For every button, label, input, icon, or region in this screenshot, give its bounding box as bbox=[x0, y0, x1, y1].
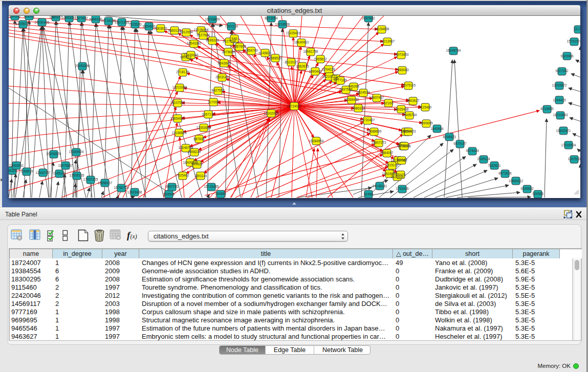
svg-text:16210643: 16210643 bbox=[553, 113, 568, 117]
svg-text:1990443: 1990443 bbox=[309, 70, 322, 73]
svg-text:18724007: 18724007 bbox=[287, 104, 302, 108]
svg-text:8427552: 8427552 bbox=[211, 89, 225, 92]
svg-text:6794028: 6794028 bbox=[322, 68, 335, 71]
svg-text:12923468: 12923468 bbox=[127, 190, 142, 194]
svg-text:1733426: 1733426 bbox=[396, 187, 409, 190]
svg-text:12213967: 12213967 bbox=[380, 39, 395, 43]
svg-text:1527602: 1527602 bbox=[75, 16, 88, 20]
svg-text:12942757: 12942757 bbox=[36, 171, 51, 174]
svg-text:9660123: 9660123 bbox=[168, 29, 181, 32]
svg-text:3675685: 3675685 bbox=[222, 50, 235, 54]
svg-text:17957225: 17957225 bbox=[83, 178, 98, 181]
svg-text:12213389: 12213389 bbox=[172, 85, 187, 89]
svg-text:7663822: 7663822 bbox=[154, 27, 167, 30]
svg-text:3684067: 3684067 bbox=[380, 151, 394, 155]
svg-text:317006: 317006 bbox=[208, 100, 219, 104]
svg-text:6466160: 6466160 bbox=[89, 17, 102, 21]
svg-text:8471626: 8471626 bbox=[498, 171, 512, 175]
svg-text:9115460: 9115460 bbox=[419, 105, 432, 109]
svg-text:19218506: 19218506 bbox=[275, 23, 290, 26]
svg-text:16782759: 16782759 bbox=[114, 186, 129, 189]
svg-text:15720407: 15720407 bbox=[360, 118, 375, 122]
svg-text:1640954: 1640954 bbox=[430, 127, 444, 130]
svg-text:9474444: 9474444 bbox=[466, 149, 479, 152]
svg-text:746592: 746592 bbox=[396, 158, 407, 162]
svg-text:1362615: 1362615 bbox=[296, 64, 309, 68]
svg-text:19166825: 19166825 bbox=[172, 131, 187, 135]
svg-text:10607487: 10607487 bbox=[369, 96, 384, 99]
svg-text:10973493: 10973493 bbox=[394, 53, 409, 56]
svg-text:9127509: 9127509 bbox=[197, 33, 210, 37]
svg-text:20206576: 20206576 bbox=[47, 152, 61, 156]
svg-text:10719155: 10719155 bbox=[101, 19, 116, 23]
svg-text:10688609: 10688609 bbox=[367, 129, 382, 133]
svg-text:2367608: 2367608 bbox=[233, 45, 246, 48]
svg-text:15495764: 15495764 bbox=[402, 113, 417, 117]
svg-text:1145194: 1145194 bbox=[53, 171, 66, 175]
svg-text:9777169: 9777169 bbox=[334, 78, 347, 82]
svg-text:3267130: 3267130 bbox=[202, 113, 215, 116]
svg-text:7625402: 7625402 bbox=[176, 173, 189, 177]
svg-text:993311: 993311 bbox=[24, 16, 35, 18]
svg-text:9463627: 9463627 bbox=[406, 99, 420, 102]
svg-text:39119: 39119 bbox=[9, 169, 17, 172]
svg-text:16961758: 16961758 bbox=[303, 50, 318, 53]
svg-text:1980377: 1980377 bbox=[49, 16, 62, 19]
svg-text:8912954: 8912954 bbox=[180, 30, 193, 34]
svg-text:18807273: 18807273 bbox=[372, 141, 386, 144]
svg-text:14055724: 14055724 bbox=[16, 22, 31, 26]
svg-text:(x): (x) bbox=[130, 233, 137, 240]
svg-text:8186323: 8186323 bbox=[206, 38, 219, 42]
svg-text:546: 546 bbox=[232, 37, 237, 40]
svg-text:15692971: 15692971 bbox=[556, 129, 571, 133]
svg-text:19654933: 19654933 bbox=[170, 117, 185, 120]
svg-text:10654112: 10654112 bbox=[509, 179, 524, 183]
svg-text:9146821: 9146821 bbox=[258, 51, 272, 55]
svg-text:22420046: 22420046 bbox=[184, 53, 199, 57]
svg-text:2087682: 2087682 bbox=[362, 16, 375, 20]
svg-text:887835: 887835 bbox=[193, 137, 205, 141]
svg-text:7986322: 7986322 bbox=[352, 106, 365, 110]
svg-text:7632621: 7632621 bbox=[488, 164, 501, 167]
svg-text:92456: 92456 bbox=[364, 192, 373, 196]
svg-text:15716485: 15716485 bbox=[204, 185, 219, 188]
svg-text:9242845: 9242845 bbox=[217, 61, 231, 65]
svg-text:8813054: 8813054 bbox=[265, 16, 278, 20]
svg-text:1167533: 1167533 bbox=[568, 157, 580, 161]
svg-text:12093872: 12093872 bbox=[552, 83, 567, 87]
svg-text:22226058: 22226058 bbox=[194, 28, 209, 32]
svg-text:11325419: 11325419 bbox=[286, 31, 301, 35]
svg-text:12975115: 12975115 bbox=[401, 83, 416, 87]
svg-text:16671355: 16671355 bbox=[115, 20, 129, 24]
svg-text:11172: 11172 bbox=[574, 27, 580, 31]
svg-text:20053346: 20053346 bbox=[75, 64, 90, 68]
svg-text:7955812: 7955812 bbox=[314, 57, 327, 61]
svg-text:16154808: 16154808 bbox=[375, 27, 389, 31]
svg-text:2803144: 2803144 bbox=[215, 75, 229, 79]
svg-text:849822: 849822 bbox=[191, 162, 203, 166]
svg-text:10046788: 10046788 bbox=[179, 146, 193, 149]
svg-text:16033809: 16033809 bbox=[205, 17, 220, 21]
svg-text:9559903: 9559903 bbox=[142, 25, 156, 28]
svg-text:7357224: 7357224 bbox=[225, 25, 238, 28]
svg-text:9756928: 9756928 bbox=[398, 144, 411, 148]
svg-text:7515526: 7515526 bbox=[128, 23, 142, 26]
svg-text:19654923: 19654923 bbox=[401, 129, 416, 133]
svg-text:9227342: 9227342 bbox=[555, 69, 569, 73]
svg-text:14138141: 14138141 bbox=[373, 184, 387, 188]
svg-text:224530: 224530 bbox=[9, 16, 20, 18]
svg-text:6479197: 6479197 bbox=[453, 142, 467, 145]
svg-text:62160: 62160 bbox=[384, 101, 393, 105]
svg-text:2935114: 2935114 bbox=[477, 157, 490, 161]
svg-text:8322037: 8322037 bbox=[285, 60, 298, 64]
svg-text:15751074: 15751074 bbox=[567, 39, 580, 43]
svg-text:25425: 25425 bbox=[396, 173, 405, 177]
svg-text:10975857: 10975857 bbox=[58, 164, 73, 167]
svg-text:8498222: 8498222 bbox=[188, 150, 201, 154]
svg-text:154664: 154664 bbox=[215, 192, 226, 195]
svg-text:9457791: 9457791 bbox=[165, 185, 179, 188]
svg-text:8215955: 8215955 bbox=[540, 107, 554, 111]
svg-text:16543382: 16543382 bbox=[187, 41, 202, 45]
svg-text:1588520: 1588520 bbox=[269, 56, 282, 60]
svg-text:1615132: 1615132 bbox=[385, 163, 399, 167]
